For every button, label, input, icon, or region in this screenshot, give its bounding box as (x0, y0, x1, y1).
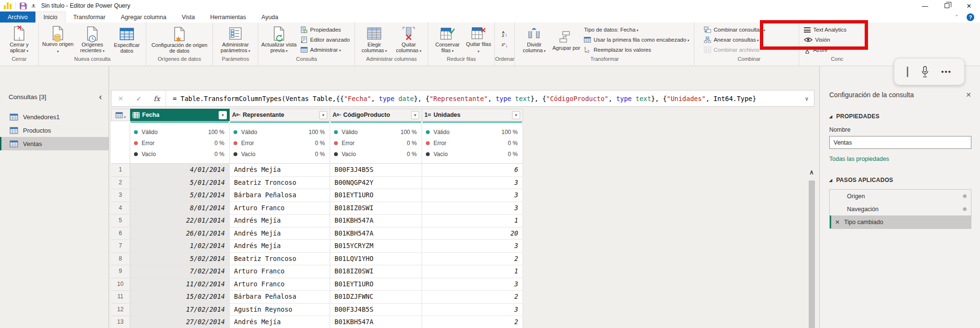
advanced-editor-button[interactable]: Editor avanzado (301, 35, 350, 44)
microphone-icon[interactable] (920, 66, 930, 78)
keep-rows-button[interactable]: Conservar filas (430, 24, 465, 56)
cell-codigoproducto[interactable]: B01KBH547A (330, 215, 422, 227)
cell-codigoproducto[interactable]: B01EYT1URO (330, 278, 422, 291)
remove-rows-button[interactable]: Quitar filas (465, 24, 492, 56)
close-pane-icon[interactable] (966, 91, 971, 99)
cancel-formula-icon[interactable] (111, 90, 130, 106)
restore-button[interactable] (936, 0, 958, 11)
close-button[interactable]: ✕ (958, 0, 980, 11)
cell-codigoproducto[interactable]: B01KBH547A (330, 316, 422, 328)
cell-fecha[interactable]: 11/02/2014 (130, 278, 230, 291)
cell-unidades[interactable]: 3 (422, 177, 523, 190)
minimize-button[interactable]: — (914, 0, 936, 11)
tab-inicio[interactable]: Inicio (35, 11, 66, 23)
dictation-overlay[interactable] (894, 58, 965, 85)
refresh-preview-button[interactable]: Actualizar vista previa (260, 24, 298, 56)
cell-unidades[interactable]: 3 (422, 240, 523, 253)
close-apply-button[interactable]: ✕↑ Cerrar y aplicar (2, 24, 36, 56)
group-by-button[interactable]: Agrupar por (551, 28, 581, 52)
new-source-button[interactable]: Nuevo origen (41, 24, 75, 56)
cell-representante[interactable]: Andrés Mejía (230, 240, 330, 253)
replace-values-button[interactable]: Reemplazar los valores (584, 45, 689, 54)
cell-unidades[interactable]: 1 (422, 265, 523, 278)
cell-fecha[interactable]: 26/01/2014 (130, 227, 230, 240)
cell-fecha[interactable]: 1/02/2014 (130, 240, 230, 253)
tab-herramientas[interactable]: Herramientas (202, 11, 254, 23)
cell-codigoproducto[interactable]: B00F3J4B5S (330, 164, 422, 177)
cell-representante[interactable]: Bárbara Peñalosa (230, 291, 330, 304)
scrollbar-thumb[interactable] (809, 181, 815, 328)
cell-unidades[interactable]: 1 (422, 215, 523, 227)
tab-agregar-columna[interactable]: Agregar columna (113, 11, 174, 23)
query-item-productos[interactable]: Productos (0, 124, 109, 137)
formula-input[interactable]: = Table.TransformColumnTypes(Ventas_Tabl… (166, 95, 800, 102)
cell-representante[interactable]: Andrés Mejía (230, 215, 330, 227)
cell-fecha[interactable]: 22/01/2014 (130, 215, 230, 227)
enter-data-button[interactable]: Especificar datos (110, 25, 144, 55)
cell-unidades[interactable]: 2 (422, 253, 523, 266)
manage-button[interactable]: Administrar (301, 45, 350, 54)
properties-section-header[interactable]: PROPIEDADES (829, 113, 971, 120)
quick-access-dropdown-icon[interactable] (32, 4, 35, 8)
data-source-settings-button[interactable]: Configuración de origen de datos (148, 25, 211, 55)
cell-unidades[interactable]: 2 (422, 291, 523, 304)
step-navegacion[interactable]: Navegación (830, 203, 971, 215)
scroll-up-icon[interactable] (809, 169, 814, 179)
column-header-unidades[interactable]: Unidades (422, 109, 523, 121)
gear-icon[interactable] (962, 193, 967, 200)
ellipsis-icon[interactable] (941, 68, 952, 76)
delete-step-icon[interactable] (835, 219, 840, 226)
cell-representante[interactable]: Andrés Mejía (230, 164, 330, 177)
cell-unidades[interactable]: 20 (422, 227, 523, 240)
cell-codigoproducto[interactable]: B018IZ0SWI (330, 265, 422, 278)
cell-fecha[interactable]: 15/02/2014 (130, 291, 230, 304)
sort-descending-button[interactable] (501, 41, 508, 49)
split-column-button[interactable]: Dividir columna (517, 24, 551, 56)
cell-representante[interactable]: Bárbara Peñalosa (230, 189, 330, 202)
query-item-vendedores1[interactable]: Vendedores1 (0, 110, 109, 124)
recent-sources-button[interactable]: Orígenes recientes (75, 24, 110, 56)
cell-fecha[interactable]: 4/01/2014 (130, 164, 230, 177)
collapse-pane-icon[interactable] (99, 92, 102, 102)
choose-columns-button[interactable]: Elegir columnas (357, 24, 391, 56)
cell-representante[interactable]: Agustín Reynoso (230, 304, 330, 317)
cell-codigoproducto[interactable]: B00NQGP42Y (330, 177, 422, 190)
cell-codigoproducto[interactable]: B01LQV1YHO (330, 253, 422, 266)
column-header-codigoproducto[interactable]: CódigoProducto (330, 109, 422, 121)
manage-parameters-button[interactable]: Administrar parámetros (215, 24, 256, 56)
cell-representante[interactable]: Arturo Franco (230, 278, 330, 291)
step-tipo-cambiado[interactable]: Tipo cambiado (830, 215, 971, 228)
select-all-corner-button[interactable] (111, 109, 130, 121)
cell-fecha[interactable]: 7/02/2014 (130, 265, 230, 278)
step-origen[interactable]: Origen (830, 190, 971, 203)
sort-ascending-button[interactable] (502, 30, 507, 38)
column-header-fecha[interactable]: Fecha (130, 109, 230, 121)
cell-codigoproducto[interactable]: B01DZJFWNC (330, 291, 422, 304)
filter-dropdown-icon[interactable] (319, 111, 327, 119)
cell-representante[interactable]: Andrés Mejía (230, 227, 330, 240)
cell-codigoproducto[interactable]: B015YCRYZM (330, 240, 422, 253)
cell-unidades[interactable]: 2 (422, 316, 523, 328)
cell-fecha[interactable]: 17/02/2014 (130, 304, 230, 317)
cell-fecha[interactable]: 5/02/2014 (130, 253, 230, 266)
collapse-ribbon-icon[interactable]: ⌃ (955, 14, 959, 20)
filter-dropdown-icon[interactable] (219, 111, 227, 119)
remove-columns-button[interactable]: Quitar columnas (391, 24, 426, 56)
cell-fecha[interactable]: 5/01/2014 (130, 177, 230, 190)
cell-fecha[interactable]: 27/02/2014 (130, 316, 230, 328)
cell-representante[interactable]: Andrés Mejía (230, 316, 330, 328)
save-icon[interactable] (20, 2, 27, 10)
cell-fecha[interactable]: 5/01/2014 (130, 189, 230, 202)
cell-unidades[interactable]: 6 (422, 164, 523, 177)
properties-button[interactable]: Propiedades (301, 25, 350, 34)
cell-unidades[interactable]: 3 (422, 278, 523, 291)
column-header-representante[interactable]: Representante (230, 109, 330, 121)
cell-representante[interactable]: Arturo Franco (230, 265, 330, 278)
data-type-button[interactable]: Tipo de datos: Fecha (584, 25, 689, 34)
cell-unidades[interactable]: 3 (422, 202, 523, 215)
cell-codigoproducto[interactable]: B01KBH547A (330, 227, 422, 240)
cell-codigoproducto[interactable]: B018IZ0SWI (330, 202, 422, 215)
tab-transformar[interactable]: Transformar (66, 11, 113, 23)
cell-codigoproducto[interactable]: B00F3J4B5S (330, 304, 422, 317)
gear-icon[interactable] (962, 206, 967, 213)
